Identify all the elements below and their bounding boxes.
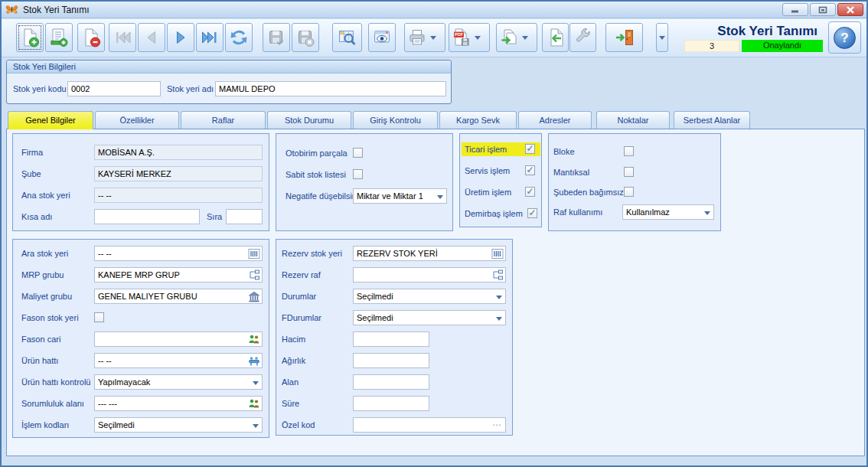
maliyet-grubu-field[interactable]: GENEL MALIYET GRUBU [94,289,263,304]
ellipsis-icon[interactable]: … [492,416,501,429]
pdf-dropdown-arrow-icon[interactable] [475,36,481,40]
durumlar-dropdown[interactable]: Seçilmedi [353,289,506,304]
copy-dropdown-arrow-icon[interactable] [522,36,528,40]
tab-serbest-alanlar[interactable]: Serbest Alanlar [674,111,750,129]
tab-giris-kontrolu[interactable]: Giriş Kontrolu [353,111,438,129]
people-icon[interactable] [248,398,260,410]
next-record-icon [171,28,191,47]
sira-field[interactable] [226,209,263,224]
ticari-islem-label: Ticari işlem [465,142,507,157]
help-button[interactable]: ? [828,21,861,54]
kisa-adi-field[interactable] [94,209,200,224]
ana-stok-yeri-field: -- -- [94,188,263,203]
barcode-icon[interactable] [248,248,260,260]
last-record-icon [200,28,220,47]
servis-islem-checkbox[interactable]: ✓ [525,165,535,175]
save-cancel-button[interactable] [292,23,319,52]
new-record-button[interactable] [16,23,44,52]
tab-genel-bilgiler[interactable]: Genel Bilgiler [8,111,93,129]
subeden-bagimsiz-checkbox[interactable] [624,187,634,197]
fason-cari-field[interactable] [94,331,263,347]
fason-stok-yeri-checkbox[interactable] [94,312,104,322]
stok-yeri-kodu-label: Stok yeri kodu [13,81,67,96]
exit-dropdown-arrow-icon [659,36,665,40]
ara-stok-yeri-field[interactable]: -- -- [94,246,263,261]
uretim-islem-checkbox[interactable]: ✓ [525,187,535,197]
flags-group: Bloke Mantıksal Şubeden bağımsız Raf kul… [548,133,721,231]
minimize-button[interactable] [782,3,808,16]
ozel-kod-field[interactable]: … [353,417,506,433]
mantiksal-checkbox[interactable] [624,167,634,177]
barcode-icon[interactable] [491,248,504,260]
otobirim-parcala-label: Otobirim parçala [286,145,348,161]
preview-button[interactable] [368,23,396,52]
rezerv-stok-yeri-field[interactable]: REZERV STOK YERİ [353,246,506,261]
mantiksal-label: Mantıksal [553,165,589,180]
sure-field[interactable] [353,396,429,411]
islem-kodlari-dropdown[interactable]: Seçilmedi [94,417,263,433]
tab-noktalar[interactable]: Noktalar [596,111,670,129]
exit-dropdown-button[interactable] [656,23,668,52]
production-line-icon[interactable] [248,355,260,367]
tab-stok-durumu[interactable]: Stok Durumu [267,111,351,129]
ticari-islem-checkbox[interactable]: ✓ [525,144,535,154]
sorumluluk-alani-field[interactable]: --- --- [94,396,263,411]
rezerv-raf-field[interactable] [353,267,506,282]
grid-search-icon [337,28,357,47]
grid-search-button[interactable] [332,23,362,52]
urun-hatti-kontrolu-dropdown[interactable]: Yapılmayacak [94,374,263,390]
otobirim-parcala-checkbox[interactable] [353,148,363,158]
info-group-title: Stok Yeri Bilgileri [7,60,451,73]
tab-adresler[interactable]: Adresler [518,111,592,129]
fdurumlar-dropdown[interactable]: Seçilmedi [353,310,506,325]
app-window: Stok Yeri Tanımı [0,0,868,467]
close-button[interactable] [837,3,863,16]
stok-yeri-adi-field[interactable]: MAMUL DEPO [215,81,446,96]
fason-cari-label: Fason cari [21,331,60,347]
refresh-icon [229,28,249,47]
tree-icon[interactable] [491,269,504,281]
tab-ozellikler[interactable]: Özellikler [95,111,179,129]
save-cancel-icon [295,28,315,47]
negatife-dusebilsin-dropdown[interactable]: Miktar ve Miktar 1 [353,188,447,204]
rezerv-raf-label: Rezerv raf [282,267,321,282]
mrp-grubu-field[interactable]: KANEPE MRP GRUP [94,267,263,282]
tab-raflar[interactable]: Raflar [181,111,266,129]
pdf-export-button[interactable]: PDF [449,23,490,52]
import-button[interactable] [542,23,569,52]
last-record-button[interactable] [196,23,224,52]
print-button[interactable] [404,23,445,52]
maliyet-grubu-label: Maliyet grubu [21,289,72,304]
tab-kargo-sevk[interactable]: Kargo Sevk [439,111,517,129]
stok-yeri-adi-label: Stok yeri adı [167,81,214,96]
demirbas-islem-checkbox[interactable]: ✓ [527,208,537,218]
agirlik-field[interactable] [353,353,429,368]
exit-button[interactable] [605,23,643,52]
bank-icon[interactable] [248,291,260,302]
urun-hatti-field[interactable]: -- -- [94,353,263,368]
hacim-field[interactable] [353,331,429,347]
delete-record-button[interactable] [77,23,105,52]
app-logo-butterfly-icon [5,4,18,15]
next-record-button[interactable] [167,23,194,52]
alan-field[interactable] [353,374,429,390]
sabit-stok-listesi-checkbox[interactable] [353,169,363,179]
tree-icon[interactable] [248,269,260,281]
maximize-button[interactable] [810,3,836,16]
refresh-button[interactable] [225,23,253,52]
first-record-button[interactable] [109,23,136,52]
print-dropdown-arrow-icon[interactable] [430,36,436,40]
insert-record-button[interactable] [45,23,73,52]
rezerv-stok-yeri-label: Rezerv stok yeri [282,246,342,261]
preview-eye-icon [372,28,392,47]
raf-kullanimi-dropdown[interactable]: Kullanılmaz [622,204,714,220]
people-icon[interactable] [248,334,260,345]
bloke-checkbox[interactable] [624,146,634,156]
save-button[interactable] [263,23,290,52]
copy-transfer-button[interactable] [496,23,537,52]
stok-yeri-kodu-field[interactable]: 0002 [67,81,161,96]
printer-icon [407,28,427,47]
hacim-label: Hacim [282,331,305,347]
settings-button[interactable] [569,23,596,52]
previous-record-button[interactable] [138,23,165,52]
